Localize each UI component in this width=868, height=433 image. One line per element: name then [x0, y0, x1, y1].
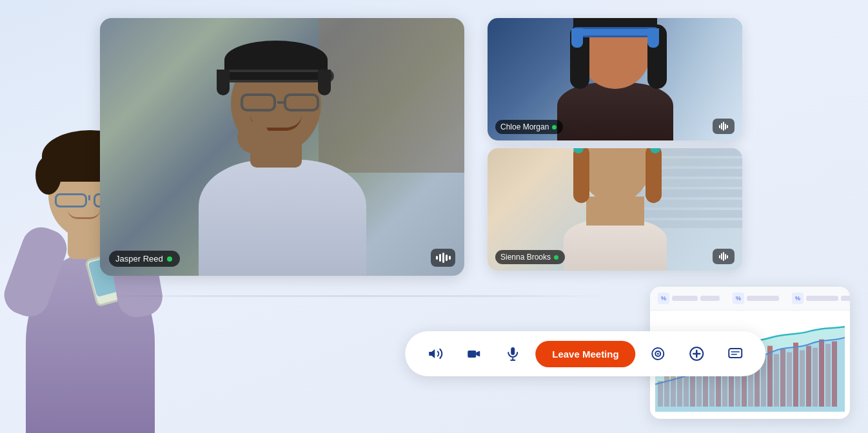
chloe-name: Chloe Morgan — [500, 122, 549, 131]
jasper-audio-icon — [431, 249, 455, 267]
stat-3: % — [792, 293, 850, 304]
svg-rect-1 — [511, 347, 515, 355]
speaker-button[interactable] — [419, 338, 451, 370]
video-grid: Jasper Reed — [100, 18, 464, 276]
chloe-online-dot — [552, 125, 557, 130]
svg-point-6 — [657, 353, 659, 355]
stat-1: % — [658, 293, 720, 304]
chloe-name-badge: Chloe Morgan — [495, 120, 563, 134]
leave-meeting-label: Leave Meeting — [552, 349, 618, 360]
leave-meeting-button[interactable]: Leave Meeting — [535, 341, 635, 367]
main-video-tile: Jasper Reed — [100, 18, 464, 276]
widget-header: % % % — [650, 287, 850, 311]
stat-2: % — [733, 293, 779, 304]
svg-rect-10 — [729, 349, 742, 358]
video-shelf-shadow — [100, 295, 609, 297]
sienna-audio-icon — [713, 249, 735, 264]
share-screen-button[interactable] — [642, 338, 675, 370]
svg-rect-0 — [468, 351, 476, 358]
chloe-audio-icon — [713, 119, 735, 134]
mic-button[interactable] — [497, 338, 529, 370]
sienna-name: Sienna Brooks — [500, 253, 551, 262]
control-bar: Leave Meeting — [405, 331, 765, 376]
sienna-online-dot — [554, 255, 558, 260]
side-video-column: Chloe Morgan — [488, 18, 742, 276]
add-participant-button[interactable] — [681, 338, 713, 370]
jasper-name-badge: Jasper Reed — [109, 251, 180, 267]
chloe-video-tile: Chloe Morgan — [488, 18, 742, 140]
camera-button[interactable] — [458, 338, 490, 370]
jasper-online-dot — [167, 256, 172, 262]
sienna-video-tile: Sienna Brooks — [488, 148, 742, 271]
jasper-name: Jasper Reed — [115, 254, 163, 264]
sienna-name-badge: Sienna Brooks — [495, 250, 565, 264]
chat-button[interactable] — [720, 338, 752, 370]
